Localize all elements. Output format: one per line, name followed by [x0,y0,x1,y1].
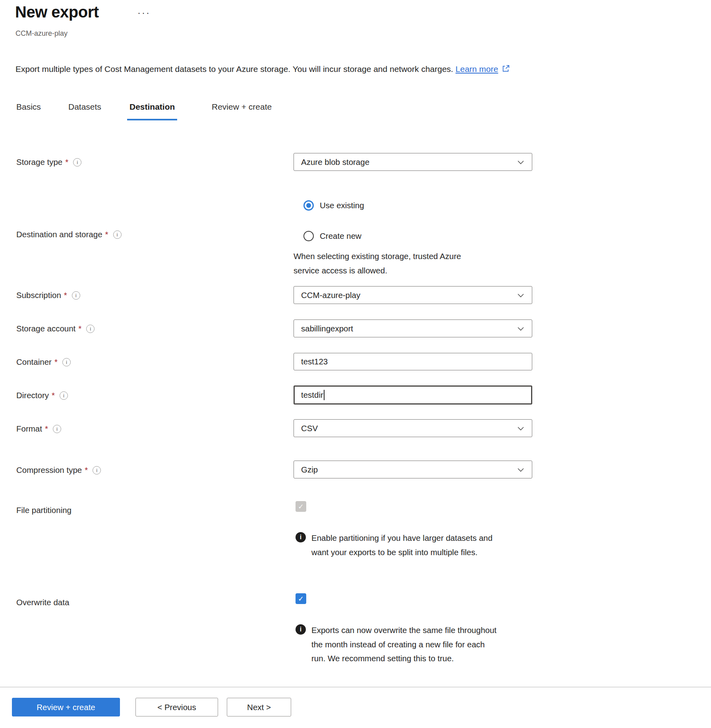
footer-divider [0,687,711,687]
page-title: New export [15,3,99,21]
container-input[interactable]: test123 [294,353,532,370]
compression-type-dropdown[interactable]: Gzip [294,461,532,478]
required-asterisk: * [85,465,88,475]
info-icon[interactable]: i [60,391,68,400]
description-text: Export multiple types of Cost Management… [15,64,453,74]
active-tab-underline [127,119,177,120]
format-dropdown[interactable]: CSV [294,419,532,437]
info-icon[interactable]: i [93,466,101,474]
file-partitioning-note: Enable partitioning if you have larger d… [311,531,500,559]
radio-unselected-icon [303,231,314,241]
scope-subtitle: CCM-azure-play [15,29,68,38]
info-icon[interactable]: i [73,158,81,167]
destination-storage-label: Destination and storage * i [16,230,122,239]
tab-basics[interactable]: Basics [16,102,41,112]
subscription-label: Subscription * i [16,290,80,300]
required-asterisk: * [45,424,48,434]
info-icon[interactable]: i [86,325,95,333]
chevron-down-icon [516,157,526,167]
more-options-icon[interactable]: ··· [137,7,151,18]
chevron-down-icon [516,324,526,333]
compression-type-label: Compression type * i [16,465,101,475]
info-icon[interactable]: i [62,358,71,366]
directory-label: Directory * i [16,391,68,400]
page-description: Export multiple types of Cost Management… [15,64,510,75]
destination-storage-helper: When selecting existing storage, trusted… [294,249,484,277]
check-icon: ✓ [298,594,304,603]
learn-more-link[interactable]: Learn more [456,64,498,74]
radio-use-existing[interactable]: Use existing [303,200,364,211]
required-asterisk: * [78,324,81,333]
chevron-down-icon [516,465,526,474]
info-icon[interactable]: i [113,230,122,239]
radio-create-new[interactable]: Create new [303,231,361,241]
required-asterisk: * [105,230,108,239]
storage-type-label: Storage type * i [16,157,81,167]
info-filled-icon: i [296,624,306,635]
file-partitioning-checkbox: ✓ [296,501,306,512]
review-create-button[interactable]: Review + create [12,698,120,716]
next-button[interactable]: Next > [227,698,291,716]
tab-review-create[interactable]: Review + create [212,102,272,112]
previous-button[interactable]: < Previous [135,698,218,716]
required-asterisk: * [65,157,68,167]
new-export-page: New export ··· CCM-azure-play Export mul… [0,0,711,728]
required-asterisk: * [54,357,58,367]
info-filled-icon: i [296,532,306,542]
info-icon[interactable]: i [53,425,61,433]
text-cursor [324,390,325,400]
container-label: Container * i [16,357,71,367]
storage-account-dropdown[interactable]: sabillingexport [294,319,532,337]
required-asterisk: * [64,290,67,300]
overwrite-data-label: Overwrite data [16,598,69,607]
chevron-down-icon [516,290,526,300]
chevron-down-icon [516,424,526,433]
storage-type-dropdown[interactable]: Azure blob storage [294,153,532,171]
file-partitioning-label: File partitioning [16,505,71,515]
tab-datasets[interactable]: Datasets [68,102,101,112]
radio-selected-icon [303,200,314,211]
subscription-dropdown[interactable]: CCM-azure-play [294,286,532,304]
storage-account-label: Storage account * i [16,324,95,333]
external-link-icon [501,64,510,75]
format-label: Format * i [16,424,61,434]
overwrite-data-checkbox[interactable]: ✓ [296,593,306,604]
overwrite-data-note: Exports can now overwrite the same file … [311,623,500,666]
tab-destination[interactable]: Destination [129,102,175,112]
required-asterisk: * [52,391,55,400]
info-icon[interactable]: i [72,291,80,300]
directory-input[interactable]: testdir [294,385,532,405]
check-icon: ✓ [298,502,304,511]
